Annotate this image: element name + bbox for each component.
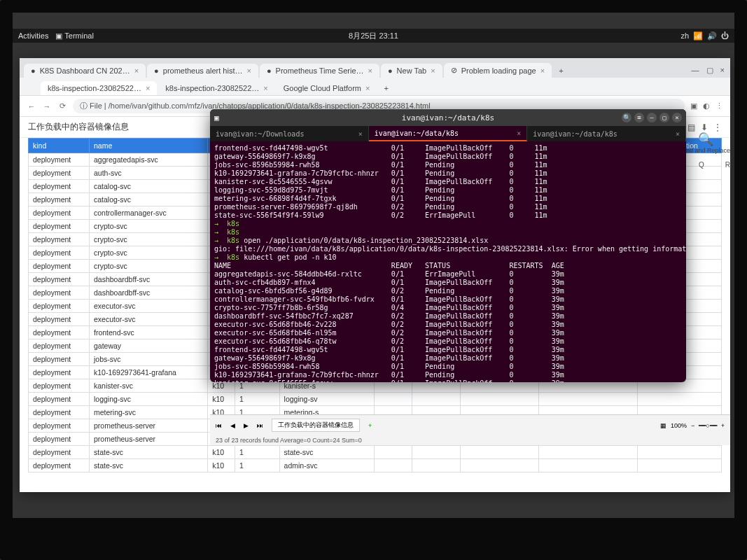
term-close-icon[interactable]: ×	[672, 113, 682, 122]
sheet-zoom-in[interactable]: +	[721, 422, 725, 429]
term-tab-downloads[interactable]: ivan@ivan:~/Downloads×	[210, 126, 369, 141]
close-icon[interactable]: ×	[431, 66, 435, 75]
col-r[interactable]: R	[725, 161, 730, 169]
tab-prometheus-alert[interactable]: ●prometheus alert hist…×	[147, 64, 258, 78]
window-close-icon[interactable]: ×	[720, 66, 725, 75]
table-row[interactable]: deploymentstate-svck101state-svc	[29, 446, 722, 459]
terminal-output[interactable]: frontend-svc-fd447498-wgv5t 0/1 ImagePul…	[210, 141, 686, 382]
close-icon[interactable]: ×	[134, 66, 139, 75]
forward-icon[interactable]: →	[42, 102, 52, 111]
network-icon[interactable]: 📶	[693, 31, 703, 41]
sheet-col-headers: Q R	[699, 161, 730, 169]
taskbar-app[interactable]: ▣ Terminal	[55, 31, 93, 41]
term-tab-k8s-2[interactable]: ivan@ivan:~/data/k8s×	[527, 126, 686, 141]
term-menu-icon[interactable]: ≡	[634, 113, 644, 122]
sheet-add-tab[interactable]: +	[368, 422, 372, 429]
sheet-statusbar: 23 of 23 records found Average=0 Count=2…	[210, 435, 730, 445]
find-replace-button[interactable]: 🔍Find and Replace	[680, 132, 730, 154]
term-min-icon[interactable]: —	[647, 113, 657, 122]
sheet-zoom[interactable]: 100%	[671, 422, 687, 429]
back-icon[interactable]: ←	[27, 102, 36, 111]
clock: 8月25日 23:11	[349, 31, 398, 41]
reload-icon[interactable]: ⟳	[57, 102, 67, 111]
download-icon[interactable]: ⬇	[701, 122, 708, 132]
close-icon[interactable]: ×	[263, 84, 267, 92]
extension-icon[interactable]: ▣	[690, 102, 697, 111]
close-icon[interactable]: ×	[676, 130, 680, 138]
reader-icon[interactable]: ▤	[687, 122, 695, 132]
close-icon[interactable]: ×	[365, 84, 370, 92]
window-max-icon[interactable]: ▢	[706, 66, 713, 75]
tab-new[interactable]: ●New Tab×	[381, 64, 442, 78]
gnome-topbar: Activities ▣ Terminal 8月25日 23:11 zh 📶 🔊…	[13, 29, 734, 43]
account-icon[interactable]: ◐	[703, 102, 710, 111]
power-icon[interactable]: ⏻	[721, 31, 729, 41]
close-icon[interactable]: ×	[540, 66, 545, 75]
kebab-icon[interactable]: ⋮	[713, 122, 722, 132]
tab-k8s-dashboard[interactable]: ●K8S Dashboard CN 202…×	[24, 64, 146, 78]
sheet-zoom-out[interactable]: −	[691, 422, 694, 429]
sheet-view-icon[interactable]: ▦	[660, 422, 666, 429]
close-icon[interactable]: ×	[246, 66, 251, 75]
col-name: name	[90, 139, 208, 153]
tab-gcp[interactable]: Google Cloud Platform×	[277, 81, 377, 95]
lang-icon[interactable]: zh	[680, 31, 689, 41]
activities-button[interactable]: Activities	[18, 31, 48, 40]
sheet-nav-next[interactable]: ▶	[244, 422, 249, 429]
tab-inspection-2[interactable]: k8s-inspection-23082522…×	[158, 81, 274, 95]
term-max-icon[interactable]: ▢	[659, 113, 669, 122]
close-icon[interactable]: ×	[368, 66, 372, 75]
sheet-nav-first[interactable]: ⏮	[216, 422, 222, 429]
window-min-icon[interactable]: —	[692, 66, 699, 75]
sheet-tabbar: ⏮ ◀ ▶ ⏭ 工作负载中的容器镜像信息 + ▦ 100% − ━━○━━ +	[210, 414, 730, 435]
close-icon[interactable]: ×	[358, 130, 363, 138]
terminal-tabstrip: ivan@ivan:~/Downloads× ivan@ivan:~/data/…	[210, 126, 686, 141]
term-tab-k8s-1[interactable]: ivan@ivan:~/data/k8s×	[369, 126, 528, 141]
sheet-tab[interactable]: 工作负载中的容器镜像信息	[272, 419, 360, 432]
tab-inspection-1[interactable]: k8s-inspection-23082522…×	[41, 81, 157, 95]
close-icon[interactable]: ×	[517, 130, 521, 137]
menu-icon[interactable]: ⋮	[715, 102, 723, 111]
table-row[interactable]: deploymentlogging-svck101logging-sv	[29, 393, 722, 406]
terminal-window: ▣ ivan@ivan:~/data/k8s 🔍 ≡ — ▢ × ivan@iv…	[210, 109, 686, 382]
col-kind: kind	[29, 139, 90, 153]
close-icon[interactable]: ×	[146, 84, 150, 92]
browser-tabstrip-sub: k8s-inspection-23082522…× k8s-inspection…	[20, 78, 730, 96]
tab-problem[interactable]: ⊘Problem loading page×	[444, 63, 552, 78]
page-title: 工作负载中的容器镜像信息	[28, 121, 129, 133]
browser-tabstrip-top: ●K8S Dashboard CN 202…× ●prometheus aler…	[20, 58, 730, 78]
term-search-icon[interactable]: 🔍	[622, 113, 631, 122]
col-q[interactable]: Q	[699, 161, 704, 169]
terminal-title: ivan@ivan:~/data/k8s	[402, 113, 494, 122]
new-tab-button[interactable]: +	[553, 64, 568, 78]
tab-prometheus-ts[interactable]: ●Prometheus Time Serie…×	[260, 64, 379, 78]
sheet-nav-last[interactable]: ⏭	[257, 422, 263, 429]
new-tab-button[interactable]: +	[378, 81, 393, 95]
terminal-titlebar[interactable]: ▣ ivan@ivan:~/data/k8s 🔍 ≡ — ▢ ×	[210, 109, 686, 126]
volume-icon[interactable]: 🔊	[707, 31, 717, 41]
table-row[interactable]: deploymentstate-svck101admin-svc	[29, 459, 722, 472]
terminal-menu-icon[interactable]: ▣	[214, 113, 219, 122]
sheet-nav-prev[interactable]: ◀	[230, 422, 235, 429]
